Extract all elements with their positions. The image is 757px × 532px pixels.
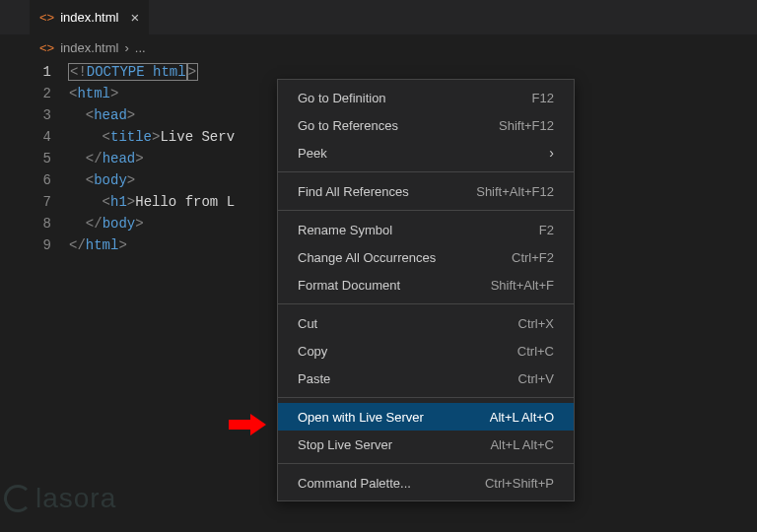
line-number: 3 <box>30 104 69 126</box>
line-number: 5 <box>30 148 69 169</box>
line-number: 8 <box>30 213 69 234</box>
arrow-annotation <box>229 414 266 435</box>
editor-tab-active[interactable]: <> index.html × <box>30 0 149 35</box>
breadcrumb[interactable]: <> index.html › ... <box>0 35 757 59</box>
menu-command-palette[interactable]: Command Palette...Ctrl+Shift+P <box>278 469 574 497</box>
line-number: 1 <box>30 61 69 83</box>
chevron-right-icon: › <box>124 40 128 55</box>
logo-icon <box>4 485 32 512</box>
line-number: 4 <box>30 126 69 148</box>
menu-separator <box>278 463 574 464</box>
close-icon[interactable]: × <box>130 9 139 26</box>
tab-filename: index.html <box>60 10 118 25</box>
watermark: lasora <box>4 483 116 514</box>
menu-change-all[interactable]: Change All OccurrencesCtrl+F2 <box>278 243 574 271</box>
menu-copy[interactable]: CopyCtrl+C <box>278 337 574 365</box>
menu-open-live-server[interactable]: Open with Live ServerAlt+L Alt+O <box>278 403 574 431</box>
menu-separator <box>278 397 574 398</box>
tab-bar: <> index.html × <box>0 0 757 35</box>
html-file-icon: <> <box>39 40 54 55</box>
menu-format-document[interactable]: Format DocumentShift+Alt+F <box>278 271 574 299</box>
chevron-right-icon: › <box>549 145 554 161</box>
context-menu: Go to DefinitionF12 Go to ReferencesShif… <box>277 79 575 501</box>
menu-stop-live-server[interactable]: Stop Live ServerAlt+L Alt+C <box>278 431 574 458</box>
menu-separator <box>278 171 574 172</box>
menu-cut[interactable]: CutCtrl+X <box>278 309 574 337</box>
menu-rename-symbol[interactable]: Rename SymbolF2 <box>278 216 574 243</box>
menu-find-all-refs[interactable]: Find All ReferencesShift+Alt+F12 <box>278 177 574 205</box>
line-number: 7 <box>30 191 69 213</box>
breadcrumb-more: ... <box>135 40 146 55</box>
menu-goto-references[interactable]: Go to ReferencesShift+F12 <box>278 111 574 139</box>
line-number: 9 <box>30 234 69 256</box>
menu-goto-definition[interactable]: Go to DefinitionF12 <box>278 84 574 111</box>
line-number: 2 <box>30 83 69 104</box>
menu-separator <box>278 303 574 304</box>
line-number: 6 <box>30 169 69 191</box>
menu-paste[interactable]: PasteCtrl+V <box>278 365 574 392</box>
breadcrumb-filename: index.html <box>60 40 118 55</box>
menu-separator <box>278 210 574 211</box>
html-file-icon: <> <box>39 10 54 25</box>
watermark-text: lasora <box>35 483 116 514</box>
menu-peek[interactable]: Peek› <box>278 139 574 166</box>
